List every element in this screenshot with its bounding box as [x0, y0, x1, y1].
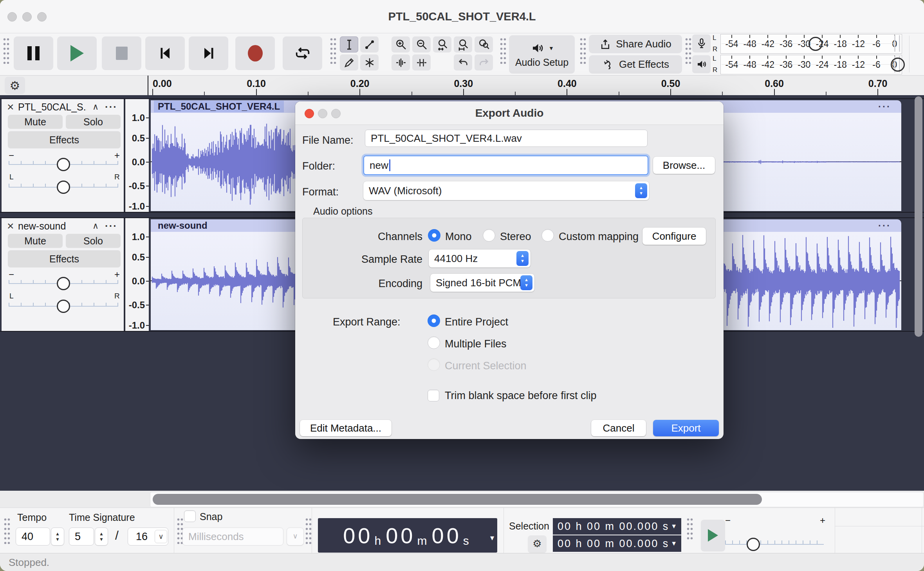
envelope-tool-button[interactable] — [360, 36, 379, 52]
time-toolbar-grip[interactable] — [4, 518, 11, 544]
solo-button[interactable]: Solo — [66, 234, 121, 248]
mute-button[interactable]: Mute — [8, 115, 63, 129]
multi-tool-button[interactable] — [360, 54, 379, 70]
share-audio-button[interactable]: Share Audio — [589, 35, 682, 53]
zoom-in-button[interactable] — [392, 36, 410, 52]
folder-input[interactable]: new — [363, 155, 648, 175]
track-1-vertical-scale[interactable]: 1.00.50.0-0.5-1.0 — [125, 99, 149, 212]
track-1-name[interactable]: PTL_50CAL_S... — [18, 101, 87, 113]
track-menu-icon[interactable]: ··· — [105, 220, 117, 232]
horizontal-scrollbar[interactable] — [0, 491, 924, 508]
solo-button[interactable]: Solo — [66, 115, 121, 129]
play-button[interactable] — [57, 36, 97, 70]
collapse-track-icon[interactable]: ∧ — [92, 221, 99, 231]
selection-grip[interactable] — [687, 518, 693, 542]
gain-slider[interactable] — [9, 164, 118, 165]
range-entire-project-radio[interactable] — [428, 314, 440, 327]
snap-unit-chevron[interactable]: ∨ — [287, 528, 304, 546]
sample-rate-select[interactable]: 44100 Hz ▲▼ — [429, 249, 531, 267]
silence-audio-button[interactable] — [412, 54, 431, 70]
timecode-grip[interactable] — [305, 518, 312, 544]
audio-setup-toolbar-grip[interactable] — [500, 38, 507, 64]
track-2-vertical-scale[interactable]: 1.00.50.0-0.5-1.0 — [125, 218, 149, 331]
file-name-input[interactable]: PTL_50CAL_SHOT_VER4.L.wav — [365, 130, 648, 147]
format-select[interactable]: WAV (Microsoft) ▲▼ — [363, 181, 649, 200]
pan-slider[interactable] — [9, 306, 118, 307]
tempo-input[interactable]: 40 — [16, 528, 50, 546]
export-button[interactable]: Export — [653, 420, 719, 436]
skip-to-start-button[interactable] — [145, 36, 185, 70]
audio-position-display[interactable]: 00h00m00s ▾ — [318, 518, 497, 553]
vertical-scrollbar[interactable] — [915, 96, 922, 337]
time-signature-upper-input[interactable]: 5 — [69, 528, 94, 546]
zoom-toggle-button[interactable] — [475, 36, 493, 52]
playback-meter-button[interactable] — [692, 55, 711, 73]
transport-toolbar-grip[interactable] — [3, 38, 10, 64]
fit-project-button[interactable] — [454, 36, 472, 52]
zoom-out-button[interactable] — [412, 36, 431, 52]
selection-options-button[interactable]: ⚙ — [528, 535, 547, 553]
time-signature-stepper[interactable]: ▲▼ — [95, 528, 108, 546]
close-track-icon[interactable]: × — [7, 220, 18, 232]
skip-to-end-button[interactable] — [189, 36, 228, 70]
play-speed-slider[interactable] — [725, 544, 824, 545]
loop-button[interactable] — [283, 36, 322, 70]
range-multiple-files-radio[interactable] — [428, 336, 440, 349]
tools-toolbar-grip[interactable] — [330, 38, 337, 64]
clip-1-title[interactable]: PTL_50CAL_SHOT_VER4.L — [154, 101, 284, 112]
tempo-stepper[interactable]: ▲▼ — [51, 528, 64, 546]
trim-blank-space-checkbox[interactable] — [428, 390, 439, 401]
play-speed-thumb[interactable] — [747, 538, 760, 551]
recording-meter-scale[interactable]: -54-48-42-36-30-24-18-12-60 — [720, 34, 902, 54]
cancel-button[interactable]: Cancel — [591, 420, 646, 436]
pan-slider-thumb[interactable] — [57, 300, 70, 313]
clip-menu-icon[interactable]: ··· — [878, 101, 891, 112]
playback-volume-slider[interactable] — [891, 58, 905, 72]
pan-slider-thumb[interactable] — [57, 181, 70, 194]
play-at-speed-button[interactable] — [701, 520, 725, 551]
track-2-name[interactable]: new-sound — [18, 220, 66, 232]
clip-2-title[interactable]: new-sound — [154, 220, 211, 231]
channels-stereo-radio[interactable] — [483, 229, 495, 242]
recording-meter[interactable]: LR -54-48-42-36-30-24-18-12-60 — [692, 34, 907, 53]
audio-setup-button[interactable]: ▼ Audio Setup — [509, 35, 575, 74]
stop-button[interactable] — [102, 36, 141, 70]
record-meter-button[interactable] — [692, 34, 711, 52]
gain-slider[interactable] — [9, 283, 118, 284]
recording-volume-slider[interactable] — [808, 37, 823, 51]
track-menu-icon[interactable]: ··· — [105, 101, 117, 113]
undo-button[interactable] — [454, 54, 472, 70]
snap-unit-select[interactable]: Milliseconds — [182, 528, 283, 546]
trim-audio-button[interactable] — [392, 54, 410, 70]
gain-slider-thumb[interactable] — [57, 158, 70, 171]
track-2-control-panel[interactable]: × new-sound ∧ ··· Mute Solo Effects − + … — [2, 218, 124, 331]
snap-checkbox[interactable] — [184, 510, 196, 522]
hscroll-thumb[interactable] — [153, 494, 762, 505]
selection-end-field[interactable]: 00 h 00 m 00.000 s ▼ — [553, 535, 681, 552]
draw-tool-button[interactable] — [340, 54, 358, 70]
selection-tool-button[interactable] — [340, 36, 358, 52]
configure-button[interactable]: Configure — [642, 228, 706, 245]
clip-menu-icon[interactable]: ··· — [878, 220, 891, 231]
record-button[interactable] — [235, 36, 275, 70]
channels-custom-radio[interactable] — [541, 229, 554, 242]
mute-button[interactable]: Mute — [8, 234, 63, 248]
time-signature-lower-select[interactable]: 16 ∨ — [128, 528, 168, 546]
timeline-scale[interactable]: 0.000.100.200.300.400.500.600.70 — [0, 76, 924, 95]
collapse-track-icon[interactable]: ∧ — [92, 102, 99, 112]
pause-button[interactable] — [14, 36, 53, 70]
gain-slider-thumb[interactable] — [57, 277, 70, 290]
redo-button[interactable] — [475, 54, 493, 70]
encoding-select[interactable]: Signed 16-bit PCM ▲▼ — [430, 274, 534, 292]
playback-meter[interactable]: LR -54-48-42-36-30-24-18-12-60 — [692, 55, 907, 74]
timeline-ruler[interactable]: ⚙ 0.000.100.200.300.400.500.600.70 — [0, 76, 924, 95]
fit-selection-button[interactable] — [433, 36, 451, 52]
effects-button[interactable]: Effects — [8, 250, 121, 267]
get-effects-button[interactable]: Get Effects — [589, 55, 682, 74]
playback-meter-scale[interactable]: -54-48-42-36-30-24-18-12-60 — [720, 55, 902, 74]
channels-mono-radio[interactable] — [428, 229, 440, 242]
share-toolbar-grip[interactable] — [580, 38, 587, 64]
close-track-icon[interactable]: × — [7, 101, 18, 113]
pan-slider[interactable] — [9, 187, 118, 188]
effects-button[interactable]: Effects — [8, 131, 121, 148]
